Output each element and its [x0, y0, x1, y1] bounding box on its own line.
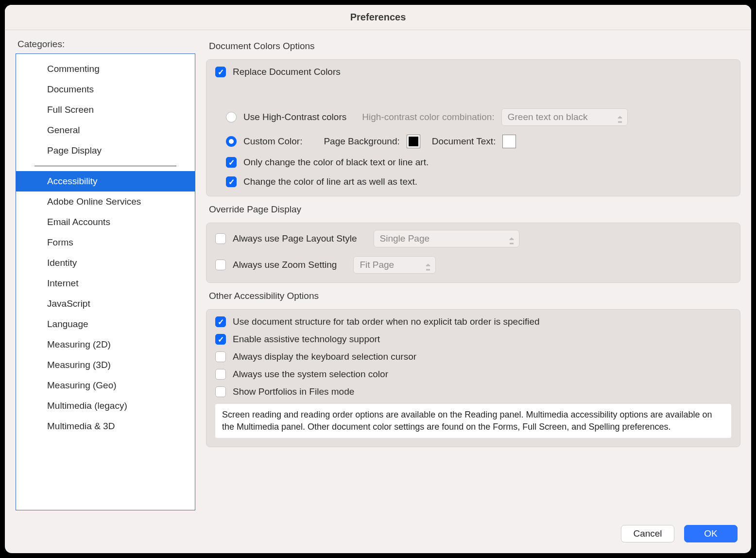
- checkbox-replace-doc-colors[interactable]: [215, 67, 226, 77]
- section-other: Use document structure for tab order whe…: [206, 309, 740, 447]
- select-layout-style: Single Page: [374, 230, 519, 247]
- sidebar-item-measuring-geo-[interactable]: Measuring (Geo): [16, 375, 195, 396]
- sidebar-item-identity[interactable]: Identity: [16, 253, 195, 273]
- label-replace-doc-colors: Replace Document Colors: [233, 67, 341, 77]
- sidebar-item-forms[interactable]: Forms: [16, 232, 195, 253]
- checkbox-assistive[interactable]: [215, 334, 226, 345]
- section-title-page-display: Override Page Display: [209, 204, 740, 215]
- dialog-footer: Cancel OK: [5, 519, 751, 553]
- label-assistive: Enable assistive technology support: [233, 334, 380, 345]
- sidebar-item-full-screen[interactable]: Full Screen: [16, 100, 195, 120]
- swatch-page-background[interactable]: [407, 135, 420, 148]
- checkbox-layout-style[interactable]: [215, 233, 226, 244]
- label-tab-order: Use document structure for tab order whe…: [233, 316, 540, 327]
- label-page-bg: Page Background:: [324, 136, 399, 147]
- label-kb-cursor: Always display the keyboard selection cu…: [233, 351, 416, 362]
- radio-custom-color[interactable]: [226, 136, 237, 147]
- label-doc-text: Document Text:: [432, 136, 496, 147]
- label-sys-sel-color: Always use the system selection color: [233, 369, 388, 380]
- label-line-art: Change the color of line art as well as …: [243, 176, 417, 187]
- cancel-button[interactable]: Cancel: [621, 525, 674, 542]
- checkbox-portfolios[interactable]: [215, 386, 226, 397]
- sidebar-item-javascript[interactable]: JavaScript: [16, 294, 195, 314]
- sidebar-item-adobe-online-services[interactable]: Adobe Online Services: [16, 192, 195, 212]
- section-page-display: Always use Page Layout Style Single Page…: [206, 223, 740, 283]
- sidebar-item-email-accounts[interactable]: Email Accounts: [16, 212, 195, 232]
- dialog-title: Preferences: [5, 5, 751, 30]
- label-hc-combo: High-contrast color combination:: [362, 112, 494, 122]
- checkbox-line-art[interactable]: [226, 176, 237, 187]
- select-hc-combo: Green text on black: [501, 108, 628, 126]
- section-title-other: Other Accessibility Options: [209, 291, 740, 301]
- sidebar-item-multimedia-legacy-[interactable]: Multimedia (legacy): [16, 396, 195, 416]
- label-high-contrast: Use High-Contrast colors: [243, 112, 346, 122]
- checkbox-kb-cursor[interactable]: [215, 351, 226, 362]
- category-list[interactable]: CommentingDocumentsFull ScreenGeneralPag…: [16, 53, 195, 510]
- swatch-document-text[interactable]: [502, 135, 516, 148]
- checkbox-tab-order[interactable]: [215, 316, 226, 327]
- info-text: Screen reading and reading order options…: [215, 404, 731, 438]
- label-layout-style: Always use Page Layout Style: [233, 233, 357, 244]
- sidebar-separator: [34, 166, 176, 166]
- sidebar-item-general[interactable]: General: [16, 120, 195, 140]
- preferences-dialog: Preferences Categories: CommentingDocume…: [5, 5, 751, 553]
- sidebar-item-accessibility[interactable]: Accessibility: [16, 171, 195, 192]
- sidebar-item-multimedia-3d[interactable]: Multimedia & 3D: [16, 416, 195, 436]
- label-custom-color: Custom Color:: [243, 136, 302, 147]
- main-panel: Document Colors Options Replace Document…: [206, 39, 740, 510]
- sidebar-item-page-display[interactable]: Page Display: [16, 140, 195, 161]
- ok-button[interactable]: OK: [684, 525, 738, 542]
- checkbox-only-black[interactable]: [226, 157, 237, 168]
- section-doc-colors: Replace Document Colors Use High-Contras…: [206, 59, 740, 196]
- checkbox-sys-sel-color[interactable]: [215, 369, 226, 380]
- radio-high-contrast[interactable]: [226, 112, 237, 122]
- sidebar-heading: Categories:: [17, 39, 195, 50]
- section-title-doc-colors: Document Colors Options: [209, 41, 740, 52]
- sidebar-item-measuring-3d-[interactable]: Measuring (3D): [16, 355, 195, 375]
- dialog-body: Categories: CommentingDocumentsFull Scre…: [5, 30, 751, 519]
- sidebar-item-measuring-2d-[interactable]: Measuring (2D): [16, 334, 195, 355]
- sidebar-item-language[interactable]: Language: [16, 314, 195, 334]
- sidebar-column: Categories: CommentingDocumentsFull Scre…: [16, 39, 195, 510]
- label-zoom-setting: Always use Zoom Setting: [233, 260, 337, 270]
- checkbox-zoom-setting[interactable]: [215, 260, 226, 270]
- label-only-black: Only change the color of black text or l…: [243, 157, 429, 168]
- sidebar-item-commenting[interactable]: Commenting: [16, 59, 195, 79]
- sidebar-item-documents[interactable]: Documents: [16, 79, 195, 100]
- label-portfolios: Show Portfolios in Files mode: [233, 386, 354, 397]
- select-zoom-setting: Fit Page: [353, 256, 436, 274]
- sidebar-item-internet[interactable]: Internet: [16, 273, 195, 294]
